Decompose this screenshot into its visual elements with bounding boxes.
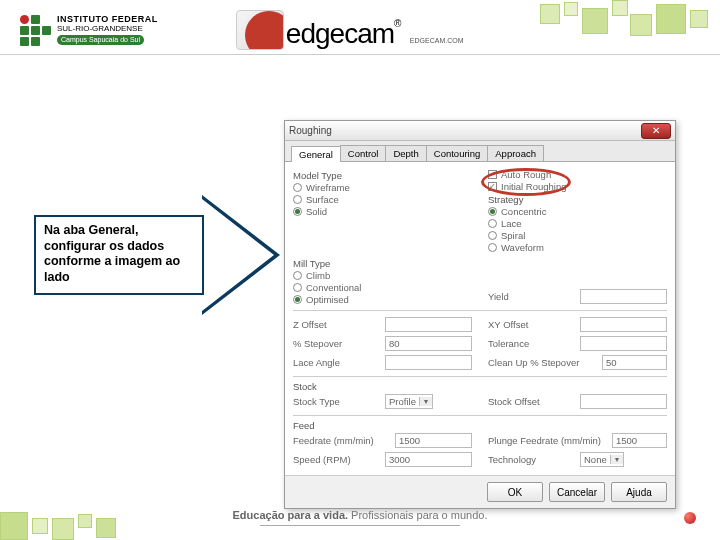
plunge-field[interactable]: 1500 — [612, 433, 667, 448]
instruction-text: Na aba General, configurar os dados conf… — [44, 223, 199, 286]
tab-control[interactable]: Control — [340, 145, 387, 161]
tab-general[interactable]: General — [291, 146, 341, 162]
strategy-label: Strategy — [488, 194, 667, 205]
tolerance-field[interactable] — [580, 336, 667, 351]
slide-footer: Educação para a vida. Profissionais para… — [0, 509, 720, 526]
radio-lace[interactable]: Lace — [488, 218, 667, 229]
stock-offset-label: Stock Offset — [488, 396, 576, 407]
mill-type-label: Mill Type — [293, 258, 472, 269]
cleanup-label: Clean Up % Stepover — [488, 357, 598, 368]
page-dot-icon — [684, 512, 696, 524]
edgecam-text: edgecam — [286, 18, 394, 49]
dialog-tabs: General Control Depth Contouring Approac… — [285, 141, 675, 162]
stepover-label: % Stepover — [293, 338, 381, 349]
stock-offset-field[interactable] — [580, 394, 667, 409]
help-button[interactable]: Ajuda — [611, 482, 667, 502]
lace-angle-label: Lace Angle — [293, 357, 381, 368]
z-offset-field[interactable] — [385, 317, 472, 332]
close-icon[interactable]: ✕ — [641, 123, 671, 139]
stock-type-label: Stock Type — [293, 396, 381, 407]
model-type-label: Model Type — [293, 170, 472, 181]
feedrate-label: Feedrate (mm/min) — [293, 435, 391, 446]
cancel-button[interactable]: Cancelar — [549, 482, 605, 502]
highlight-circle — [481, 168, 571, 196]
radio-spiral[interactable]: Spiral — [488, 230, 667, 241]
roughing-dialog: Roughing ✕ General Control Depth Contour… — [284, 120, 676, 509]
feedrate-field[interactable]: 1500 — [395, 433, 472, 448]
decor-top-squares — [520, 0, 720, 44]
stock-type-select[interactable]: Profile▾ — [385, 394, 433, 409]
dialog-title: Roughing — [289, 125, 332, 136]
stock-section-label: Stock — [293, 381, 667, 392]
dialog-general-panel: Model Type Wireframe Surface Solid Auto … — [285, 162, 675, 475]
tab-depth[interactable]: Depth — [385, 145, 426, 161]
footer-rest: Profissionais para o mundo. — [348, 509, 487, 521]
dialog-titlebar: Roughing ✕ — [285, 121, 675, 141]
radio-wireframe[interactable]: Wireframe — [293, 182, 472, 193]
speed-label: Speed (RPM) — [293, 454, 381, 465]
chevron-down-icon: ▾ — [610, 455, 623, 464]
if-logo: INSTITUTO FEDERAL SUL-RIO-GRANDENSE Camp… — [20, 15, 158, 46]
stepover-field[interactable]: 80 — [385, 336, 472, 351]
tolerance-label: Tolerance — [488, 338, 576, 349]
chevron-down-icon: ▾ — [419, 397, 432, 406]
edgecam-icon — [236, 10, 284, 50]
z-offset-label: Z Offset — [293, 319, 381, 330]
plunge-label: Plunge Feedrate (mm/min) — [488, 435, 608, 446]
technology-label: Technology — [488, 454, 576, 465]
ok-button[interactable]: OK — [487, 482, 543, 502]
radio-waveform[interactable]: Waveform — [488, 242, 667, 253]
radio-surface[interactable]: Surface — [293, 194, 472, 205]
xy-offset-field[interactable] — [580, 317, 667, 332]
if-line2: SUL-RIO-GRANDENSE — [57, 25, 158, 34]
if-campus: Campus Sapucaia do Sul — [57, 35, 144, 45]
radio-conventional[interactable]: Conventional — [293, 282, 472, 293]
radio-concentric[interactable]: Concentric — [488, 206, 667, 217]
technology-select[interactable]: None▾ — [580, 452, 624, 467]
yield-field[interactable] — [580, 289, 667, 304]
tab-contouring[interactable]: Contouring — [426, 145, 488, 161]
footer-bold: Educação para a vida. — [233, 509, 349, 521]
dialog-buttons: OK Cancelar Ajuda — [285, 475, 675, 508]
radio-solid[interactable]: Solid — [293, 206, 472, 217]
instruction-arrow: Na aba General, configurar os dados conf… — [34, 195, 284, 315]
edgecam-logo: edgecam® EDGECAM.COM — [236, 10, 464, 50]
cleanup-field[interactable]: 50 — [602, 355, 667, 370]
speed-field[interactable]: 3000 — [385, 452, 472, 467]
radio-climb[interactable]: Climb — [293, 270, 472, 281]
lace-angle-field[interactable] — [385, 355, 472, 370]
radio-optimised[interactable]: Optimised — [293, 294, 472, 305]
xy-offset-label: XY Offset — [488, 319, 576, 330]
tab-approach[interactable]: Approach — [487, 145, 544, 161]
feed-section-label: Feed — [293, 420, 667, 431]
yield-label: Yield — [488, 291, 576, 302]
edgecam-com: EDGECAM.COM — [410, 37, 464, 44]
